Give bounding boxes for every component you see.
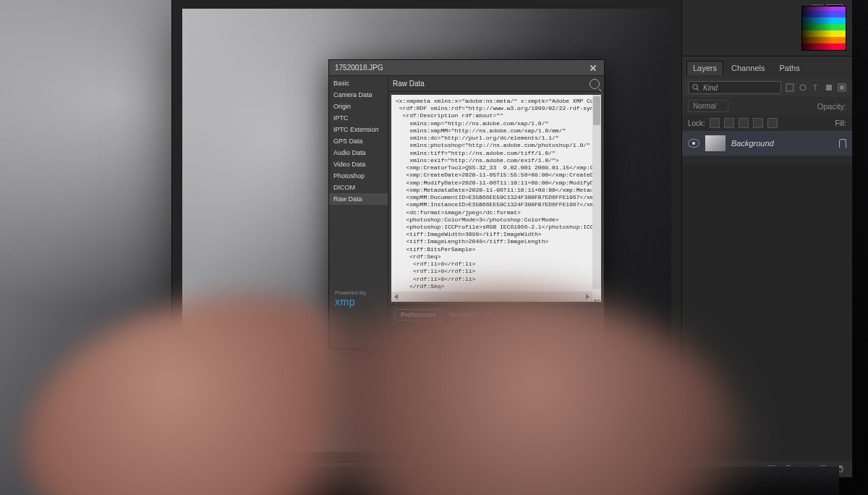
raw-data-content: <x:xmpmeta xmlns:x="adobe:ns:meta/" x:xm… — [391, 95, 601, 302]
lock-icon — [839, 139, 846, 148]
powered-by-label: Powered By — [335, 289, 366, 296]
svg-rect-7 — [840, 85, 844, 90]
dialog-title: 17520018.JPG — [335, 64, 383, 72]
tab-paths[interactable]: Paths — [773, 61, 807, 75]
blend-mode-select[interactable]: Normal — [688, 100, 728, 112]
sidebar-item-basic[interactable]: Basic — [329, 77, 388, 89]
layer-thumbnail[interactable] — [705, 135, 726, 151]
blend-row: Normal Opacity: — [682, 97, 852, 115]
raw-data-textarea[interactable]: <x:xmpmeta xmlns:x="adobe:ns:meta/" x:xm… — [391, 95, 601, 302]
sidebar-item-audio-data[interactable]: Audio Data — [329, 147, 388, 158]
sidebar-item-gps-data[interactable]: GPS Data — [329, 135, 388, 147]
scroll-right-icon[interactable] — [586, 294, 590, 300]
svg-point-0 — [693, 85, 697, 89]
filter-pixel-icon[interactable] — [786, 83, 794, 92]
panel-tabs: LayersChannelsPaths — [682, 56, 852, 78]
tab-channels[interactable]: Channels — [725, 61, 771, 75]
sidebar-item-iptc[interactable]: IPTC — [329, 112, 388, 124]
lock-label: Lock: — [688, 119, 705, 127]
tab-layers[interactable]: Layers — [686, 61, 723, 75]
layer-filter-label: Kind — [703, 84, 718, 92]
svg-rect-2 — [786, 84, 793, 91]
layer-row-background[interactable]: Background — [682, 131, 852, 156]
sidebar-item-origin[interactable]: Origin — [329, 101, 388, 112]
dialog-main-tab: Raw Data — [393, 80, 425, 88]
lock-position-icon[interactable] — [739, 118, 749, 128]
filter-adjust-icon[interactable] — [799, 83, 807, 92]
filter-shape-icon[interactable] — [825, 83, 833, 92]
dialog-sidebar: BasicCamera DataOriginIPTCIPTC Extension… — [329, 76, 388, 348]
sidebar-item-camera-data[interactable]: Camera Data — [329, 89, 388, 101]
sidebar-item-photoshop[interactable]: Photoshop — [329, 170, 388, 182]
scroll-left-icon[interactable] — [394, 294, 398, 300]
lock-all-icon[interactable] — [767, 118, 778, 128]
layer-name[interactable]: Background — [731, 139, 774, 148]
svg-line-1 — [697, 89, 699, 91]
layer-kind-filter[interactable]: Kind — [688, 81, 781, 94]
lock-transparent-icon[interactable] — [710, 118, 720, 128]
layers-filter-row: Kind T — [682, 78, 852, 97]
dialog-main-header: Raw Data — [388, 76, 604, 92]
lock-row: Lock: Fill: — [682, 115, 852, 131]
sidebar-item-iptc-extension[interactable]: IPTC Extension — [329, 124, 388, 135]
dialog-titlebar[interactable]: 17520018.JPG — [329, 60, 604, 76]
vertical-scrollbar[interactable] — [592, 95, 601, 289]
powered-by: Powered By xmp — [335, 289, 366, 308]
sidebar-item-video-data[interactable]: Video Data — [329, 158, 388, 170]
opacity-label: Opacity: — [817, 102, 846, 111]
color-ramp[interactable] — [801, 6, 846, 51]
lock-artboard-icon[interactable] — [753, 118, 763, 128]
filter-type-icon[interactable]: T — [812, 83, 820, 92]
fill-label: Fill: — [835, 119, 846, 127]
search-icon[interactable] — [590, 79, 600, 89]
visibility-eye-icon[interactable] — [688, 139, 699, 148]
lock-pixels-icon[interactable] — [724, 118, 734, 128]
svg-point-3 — [800, 85, 806, 90]
color-panel — [682, 0, 852, 56]
search-icon — [692, 83, 700, 92]
close-icon[interactable] — [588, 63, 598, 73]
xmp-logo: xmp — [335, 296, 366, 308]
svg-rect-5 — [826, 85, 832, 90]
svg-text:T: T — [813, 84, 817, 92]
sidebar-item-raw-data[interactable]: Raw Data — [329, 193, 388, 205]
sidebar-item-dicom[interactable]: DICOM — [329, 182, 388, 193]
filter-smart-icon[interactable] — [838, 83, 846, 92]
